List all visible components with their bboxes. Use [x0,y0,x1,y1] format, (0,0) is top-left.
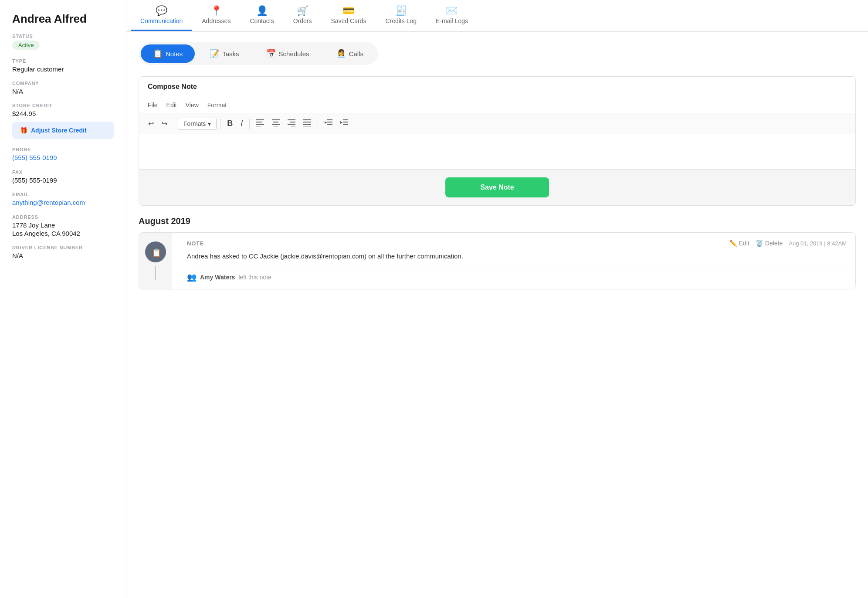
orders-icon: 🛒 [297,6,309,16]
type-value: Regular customer [12,65,114,73]
formats-dropdown[interactable]: Formats ▾ [178,118,217,130]
sub-tab-schedules-label: Schedules [279,50,309,58]
address-line1: 1778 Joy Lane [12,221,114,229]
svg-rect-20 [343,119,348,120]
italic-button[interactable]: I [237,117,246,130]
align-center-button[interactable] [269,117,283,130]
contacts-icon: 👤 [256,6,268,16]
svg-rect-13 [303,122,311,122]
redo-button[interactable]: ↪ [159,117,170,130]
svg-rect-6 [272,124,280,125]
svg-rect-4 [272,119,280,120]
address-label: ADDRESS [12,214,114,220]
note-author-suffix: left this note [238,274,271,281]
top-navigation: 💬 Communication 📍 Addresses 👤 Contacts 🛒… [126,0,868,32]
align-left-button[interactable] [253,117,267,130]
sub-tab-calls-label: Calls [349,50,363,58]
communication-icon: 💬 [156,6,167,16]
schedules-icon: 📅 [266,49,276,58]
sub-tab-tasks[interactable]: 📝 Tasks [197,44,251,63]
undo-button[interactable]: ↩ [145,117,157,130]
tab-email-logs-label: E-mail Logs [436,17,468,24]
tab-communication-label: Communication [140,17,183,24]
tab-contacts-label: Contacts [250,17,274,24]
bold-button[interactable]: B [224,117,236,130]
driver-license-label: DRIVER LICENSE NUMBER [12,245,114,250]
editor-cursor [148,140,148,148]
tab-communication[interactable]: 💬 Communication [131,0,192,31]
toolbar-divider-1 [174,119,174,129]
note-author: Amy Waters [200,274,235,281]
avatar-line [155,266,156,280]
svg-rect-10 [288,124,295,125]
delete-trash-icon: 🗑️ [756,240,763,247]
sub-tab-notes-label: Notes [166,50,183,58]
tasks-icon: 📝 [210,49,219,58]
month-header: August 2019 [139,216,856,226]
svg-rect-1 [256,122,262,122]
sub-tab-calls[interactable]: 👩‍💼 Calls [324,44,376,63]
avatar: 📋 [145,241,166,262]
fax-value: (555) 555-0199 [12,177,114,184]
content-area: 📋 Notes 📝 Tasks 📅 Schedules 👩‍💼 Calls Co… [126,32,868,598]
menu-view[interactable]: View [186,102,199,109]
credits-log-icon: 🧾 [395,6,407,16]
svg-rect-3 [256,126,261,126]
gift-icon: 🎁 [20,127,27,134]
note-avatar-column: 📋 [139,233,172,289]
tab-addresses[interactable]: 📍 Addresses [192,0,240,31]
compose-menubar: File Edit View Format [139,97,855,113]
menu-file[interactable]: File [148,102,158,109]
saved-cards-icon: 💳 [342,6,354,16]
note-footer: 👥 Amy Waters left this note [187,268,847,282]
note-delete-button[interactable]: 🗑️ Delete [756,240,783,247]
save-note-button[interactable]: Save Note [445,177,549,197]
tab-saved-cards[interactable]: 💳 Saved Cards [321,0,376,31]
adjust-store-credit-button[interactable]: 🎁 Adjust Store Credit [12,122,114,139]
compose-editor[interactable] [139,134,855,169]
outdent-button[interactable] [322,117,336,130]
svg-rect-2 [256,124,264,125]
tab-contacts[interactable]: 👤 Contacts [240,0,283,31]
align-right-button[interactable] [285,117,298,130]
main-content: 💬 Communication 📍 Addresses 👤 Contacts 🛒… [126,0,868,598]
address-line2: Los Angeles, CA 90042 [12,230,114,237]
note-type-label: NOTE [187,240,204,247]
tab-orders[interactable]: 🛒 Orders [284,0,322,31]
tab-credits-log-label: Credits Log [385,17,417,24]
formats-label: Formats [183,120,206,127]
company-label: COMPANY [12,81,114,86]
phone-link[interactable]: (555) 555-0199 [12,154,57,161]
store-credit-label: STORE CREDIT [12,103,114,108]
sub-tab-schedules[interactable]: 📅 Schedules [254,44,322,63]
sub-tab-notes[interactable]: 📋 Notes [141,44,195,63]
svg-rect-17 [327,122,332,122]
addresses-icon: 📍 [210,6,222,16]
menu-format[interactable]: Format [207,102,227,109]
chevron-down-icon: ▾ [208,120,211,127]
status-label: STATUS [12,34,114,39]
sub-tab-tasks-label: Tasks [222,50,239,58]
sub-tab-bar: 📋 Notes 📝 Tasks 📅 Schedules 👩‍💼 Calls [139,42,378,65]
svg-rect-9 [290,122,295,122]
customer-name: Andrea Alfred [12,12,114,26]
svg-rect-22 [343,124,348,125]
note-top-row: NOTE ✏️ Edit 🗑️ Delete Aug 01, 2019 | 8:… [187,240,847,247]
note-edit-button[interactable]: ✏️ Edit [729,240,749,247]
tab-email-logs[interactable]: ✉️ E-mail Logs [426,0,478,31]
author-icon: 👥 [187,272,197,282]
company-value: N/A [12,88,114,95]
email-link[interactable]: anything@rentopian.com [12,199,85,206]
tab-credits-log[interactable]: 🧾 Credits Log [376,0,426,31]
compose-toolbar: ↩ ↪ Formats ▾ B I [139,113,855,134]
align-justify-button[interactable] [300,117,314,130]
menu-edit[interactable]: Edit [166,102,177,109]
svg-rect-5 [273,122,278,122]
indent-button[interactable] [337,117,351,130]
note-edit-label: Edit [739,240,749,247]
edit-pencil-icon: ✏️ [729,240,737,247]
svg-rect-11 [291,126,295,126]
note-delete-label: Delete [765,240,783,247]
notes-icon: 📋 [153,49,163,58]
svg-rect-14 [303,124,311,125]
